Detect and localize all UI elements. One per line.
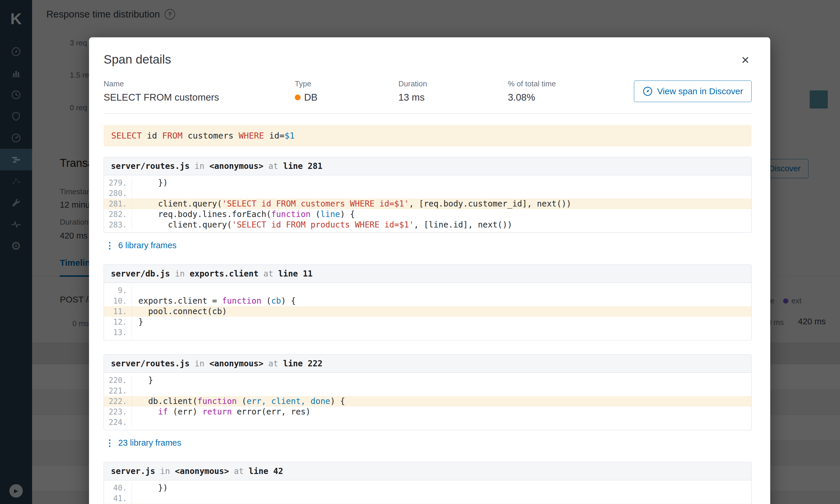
divider (104, 113, 752, 114)
field-value-text: 13 ms (398, 92, 425, 103)
span-field--of-total-time: % of total time3.08% (508, 79, 613, 103)
field-label: Name (104, 79, 295, 88)
code-line (132, 188, 751, 199)
frame-function: <anonymous> (209, 161, 263, 171)
line-number: 223. (104, 407, 132, 417)
span-field-name: NameSELECT FROM customers (104, 79, 295, 103)
code-token: function (197, 396, 237, 406)
code-line (132, 417, 751, 428)
frame-line: line 11 (278, 269, 313, 278)
frame-file: server/routes.js (111, 359, 190, 368)
line-number: 279. (104, 178, 132, 188)
line-number: 9. (104, 285, 132, 296)
field-value-text: DB (304, 92, 318, 103)
line-number: 41. (104, 493, 132, 504)
library-frames-row: ⋮6 library frames (104, 233, 752, 251)
code-line: if (err) return error(err, res) (132, 407, 751, 417)
frame-line: line 222 (283, 359, 322, 368)
code-token: client.query( (138, 199, 222, 209)
code-line (132, 327, 751, 338)
code-token: if (158, 407, 168, 416)
code-token: }) (138, 483, 168, 493)
code-line: client.query('SELECT id FROM customers W… (132, 199, 751, 209)
code-token: line (320, 210, 340, 219)
frame-word-at: at (259, 269, 278, 278)
span-fields: NameSELECT FROM customersTypeDBDuration1… (104, 79, 752, 103)
line-number: 220. (104, 375, 132, 385)
stack-frame: server/db.js in exports.client at line 1… (104, 265, 752, 340)
line-number: 13. (104, 327, 132, 338)
line-number: 221. (104, 385, 132, 396)
code-line: }) (132, 483, 751, 493)
code-block: 9.10.exports.client = function (cb) {11.… (104, 283, 751, 340)
line-number: 40. (104, 483, 132, 493)
field-label: % of total time (508, 79, 613, 88)
code-block: 220. }221.222. db.client(function (err, … (104, 373, 751, 430)
code-line: pool.connect(cb) (132, 306, 751, 317)
code-line (132, 493, 751, 504)
code-token: , [line.id], next()) (414, 220, 512, 230)
code-token: 'SELECT id FROM products WHERE id=$1' (232, 220, 414, 230)
line-number: 224. (104, 417, 132, 428)
code-token: ( (261, 296, 271, 306)
span-type-dot (295, 94, 301, 100)
stack-frame-header: server/routes.js in <anonymous> at line … (104, 355, 751, 373)
code-block: 40. })41.42. next() (104, 480, 751, 504)
span-query: SELECT id FROM customers WHERE id=$1 (104, 125, 752, 146)
frame-word-in: in (190, 161, 209, 171)
code-token: db.client( (138, 396, 197, 406)
close-button[interactable]: × (739, 53, 752, 67)
field-value: 13 ms (398, 92, 508, 103)
code-line: db.client(function (err, client, done) { (132, 396, 751, 407)
discover-icon (643, 86, 653, 96)
code-token: pool.connect(cb) (138, 307, 227, 316)
field-label: Type (295, 79, 398, 88)
code-line: exports.client = function (cb) { (132, 296, 751, 306)
library-frames-label: 23 library frames (118, 438, 181, 448)
span-field-duration: Duration13 ms (398, 79, 508, 103)
field-value: SELECT FROM customers (104, 92, 295, 103)
frame-word-at: at (264, 161, 283, 171)
line-number: 222. (104, 396, 132, 407)
frame-file: server/db.js (111, 269, 170, 278)
stack-frame: server/routes.js in <anonymous> at line … (104, 157, 752, 233)
query-token: SELECT (111, 131, 142, 141)
line-number: 12. (104, 317, 132, 327)
stack-frame-header: server/routes.js in <anonymous> at line … (104, 157, 751, 175)
line-number: 10. (104, 296, 132, 306)
code-token: cb (271, 296, 281, 306)
code-token: (err) (168, 407, 202, 416)
query-token: WHERE (239, 131, 264, 141)
library-frames-label: 6 library frames (118, 241, 177, 250)
frame-word-at: at (264, 359, 283, 368)
code-token: ) { (281, 296, 296, 306)
stack-frame: server.js in <anonymous> at line 4240. }… (104, 462, 752, 504)
view-span-in-discover-label: View span in Discover (657, 86, 743, 96)
frame-file: server/routes.js (111, 161, 190, 171)
frame-function: <anonymous> (175, 466, 229, 476)
field-label: Duration (398, 79, 508, 88)
modal-title: Span details (104, 53, 171, 67)
code-line: } (132, 375, 751, 385)
code-token: }) (138, 178, 168, 187)
line-number: 11. (104, 306, 132, 317)
code-token: ( (237, 396, 247, 406)
field-value-text: SELECT FROM customers (104, 92, 219, 103)
frame-function: exports.client (190, 269, 259, 278)
vertical-dots-icon: ⋮ (105, 438, 114, 448)
vertical-dots-icon: ⋮ (105, 240, 114, 251)
code-block: 279. })280.281. client.query('SELECT id … (104, 175, 751, 232)
query-token: id (142, 131, 162, 141)
code-line: req.body.lines.forEach(function (line) { (132, 209, 751, 220)
code-line (132, 285, 751, 296)
library-frames-toggle[interactable]: ⋮23 library frames (105, 438, 181, 448)
code-token: ) { (340, 210, 355, 219)
view-span-in-discover-button[interactable]: View span in Discover (634, 80, 752, 102)
field-value: 3.08% (508, 92, 613, 103)
query-token: id= (264, 131, 284, 141)
code-token: client.query( (138, 220, 232, 230)
code-line: } (132, 317, 751, 327)
library-frames-toggle[interactable]: ⋮6 library frames (105, 240, 177, 251)
line-number: 283. (104, 220, 132, 230)
span-details-modal: Span details × NameSELECT FROM customers… (89, 37, 770, 504)
